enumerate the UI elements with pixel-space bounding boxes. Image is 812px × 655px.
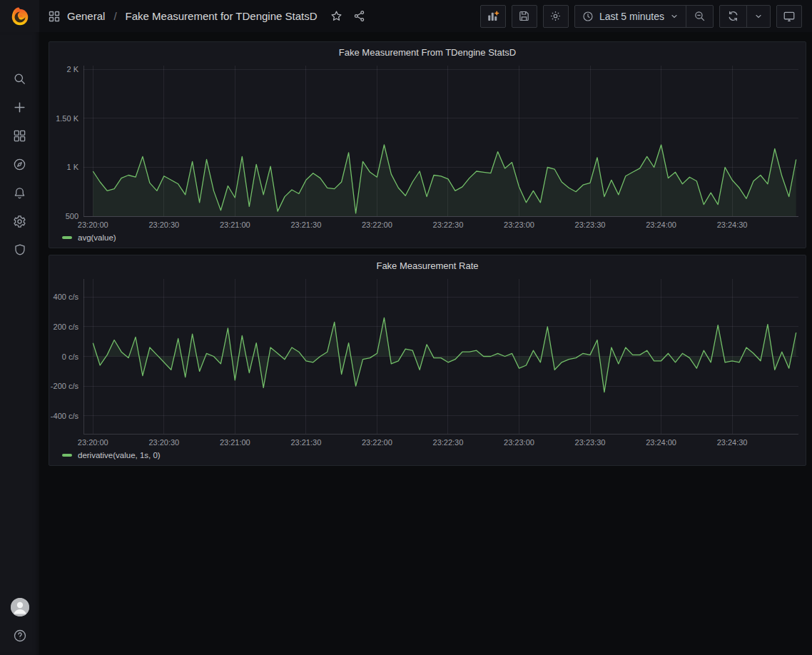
svg-text:23:24:00: 23:24:00 [646, 438, 676, 447]
cycle-view-mode-button[interactable] [776, 5, 802, 28]
monitor-icon [783, 10, 796, 23]
time-picker-group: Last 5 minutes [574, 5, 714, 28]
title-actions [326, 6, 370, 27]
svg-text:23:20:00: 23:20:00 [78, 438, 108, 447]
dashboard-canvas: Fake Measurement From TDengine StatsD 50… [39, 32, 812, 655]
sidebar-item-explore[interactable] [0, 150, 39, 178]
sidebar-item-help[interactable] [0, 626, 39, 645]
sync-icon [727, 10, 739, 22]
bell-icon [13, 186, 26, 200]
panel-header[interactable]: Fake Measurement Rate [49, 255, 806, 275]
dashboard-settings-button[interactable] [543, 5, 569, 28]
x-axis-labels: 23:20:0023:20:3023:21:0023:21:3023:22:00… [78, 220, 748, 229]
legend-label: avg(value) [78, 233, 116, 242]
search-icon [13, 72, 26, 86]
grafana-logo[interactable] [0, 0, 39, 32]
svg-text:23:24:30: 23:24:30 [717, 438, 748, 447]
legend-item[interactable]: avg(value) [49, 232, 806, 248]
user-avatar[interactable] [11, 598, 29, 616]
sidebar-item-search[interactable] [0, 64, 39, 93]
shield-icon [14, 243, 26, 256]
avatar-person-icon [11, 598, 29, 616]
svg-text:23:20:00: 23:20:00 [78, 220, 108, 229]
y-axis-labels: 5001 K1.50 K2 K [56, 65, 78, 220]
add-panel-button[interactable] [480, 5, 506, 28]
gear-icon [13, 215, 26, 228]
panel-title: Fake Measurement From TDengine StatsD [339, 47, 516, 58]
y-axis-labels: -400 c/s-200 c/s0 c/s200 c/s400 c/s [51, 293, 79, 420]
share-icon [353, 10, 365, 22]
svg-text:23:21:30: 23:21:30 [290, 220, 321, 229]
apps-grid-icon [13, 129, 26, 143]
legend-swatch [62, 236, 72, 239]
time-picker-button[interactable]: Last 5 minutes [575, 6, 686, 27]
dashboard-toolbar: Last 5 minutes [480, 5, 802, 28]
timeseries-chart[interactable]: 5001 K1.50 K2 K23:20:0023:20:3023:21:002… [49, 62, 806, 232]
svg-text:1.50 K: 1.50 K [56, 114, 78, 123]
x-axis-labels: 23:20:0023:20:3023:21:0023:21:3023:22:00… [78, 438, 748, 447]
svg-text:23:20:30: 23:20:30 [148, 220, 179, 229]
apps-grid-icon[interactable] [49, 11, 60, 22]
series-line [93, 318, 796, 392]
clock-icon [582, 11, 594, 22]
svg-text:200 c/s: 200 c/s [54, 323, 79, 331]
save-icon [518, 10, 530, 22]
dashboard-title: Fake Measurement for TDengine StatsD [126, 10, 318, 22]
svg-text:-200 c/s: -200 c/s [51, 382, 79, 390]
svg-text:23:22:30: 23:22:30 [433, 220, 464, 229]
svg-text:23:24:30: 23:24:30 [717, 220, 748, 229]
left-sidebar [0, 32, 39, 655]
time-range-label: Last 5 minutes [599, 11, 664, 22]
svg-text:23:23:00: 23:23:00 [504, 220, 534, 229]
gear-icon [549, 10, 562, 22]
svg-text:23:20:30: 23:20:30 [148, 438, 179, 447]
series-area [93, 318, 796, 392]
top-navigation-bar: General / Fake Measurement for TDengine … [39, 0, 812, 32]
breadcrumb-folder[interactable]: General [67, 10, 105, 22]
chevron-down-icon [754, 12, 763, 21]
svg-text:23:23:30: 23:23:30 [575, 220, 606, 229]
svg-text:400 c/s: 400 c/s [54, 293, 79, 301]
question-circle-icon [13, 629, 27, 643]
share-button[interactable] [349, 6, 370, 27]
svg-text:0 c/s: 0 c/s [62, 352, 79, 361]
svg-text:2 K: 2 K [66, 65, 78, 73]
panel-add-icon [487, 10, 499, 23]
svg-text:23:21:00: 23:21:00 [220, 438, 250, 447]
compass-icon [13, 158, 26, 171]
sidebar-item-server-admin[interactable] [0, 235, 39, 264]
refresh-interval-dropdown[interactable] [746, 6, 770, 27]
panel-header[interactable]: Fake Measurement From TDengine StatsD [49, 42, 806, 62]
svg-text:23:22:00: 23:22:00 [362, 220, 392, 229]
sidebar-bottom [0, 598, 39, 645]
refresh-button[interactable] [720, 6, 746, 27]
panel-fake-measurement: Fake Measurement From TDengine StatsD 50… [49, 41, 806, 248]
breadcrumb-separator: / [113, 10, 116, 22]
svg-text:23:21:30: 23:21:30 [290, 438, 321, 447]
legend-swatch [62, 454, 72, 457]
svg-text:23:22:30: 23:22:30 [433, 438, 464, 447]
save-dashboard-button[interactable] [512, 5, 537, 28]
sidebar-item-configuration[interactable] [0, 207, 39, 235]
plus-icon [13, 101, 26, 114]
panel-title: Fake Measurement Rate [376, 260, 478, 271]
timeseries-chart[interactable]: -400 c/s-200 c/s0 c/s200 c/s400 c/s23:20… [49, 275, 806, 450]
grafana-flame-icon [9, 6, 31, 27]
legend-item[interactable]: derivative(value, 1s, 0) [49, 450, 806, 465]
svg-text:23:21:00: 23:21:00 [220, 220, 250, 229]
chevron-down-icon [670, 12, 679, 21]
sidebar-item-alerting[interactable] [0, 178, 39, 207]
sidebar-item-create[interactable] [0, 93, 39, 121]
refresh-group [719, 5, 771, 28]
search-minus-icon [694, 10, 706, 22]
svg-text:-400 c/s: -400 c/s [51, 412, 79, 420]
svg-text:500: 500 [66, 212, 78, 220]
svg-text:23:23:00: 23:23:00 [504, 438, 534, 447]
svg-text:23:24:00: 23:24:00 [646, 220, 676, 229]
star-icon [330, 10, 342, 22]
sidebar-item-dashboards[interactable] [0, 121, 39, 150]
star-button[interactable] [326, 6, 347, 27]
zoom-out-time-button[interactable] [686, 6, 713, 27]
svg-text:23:22:00: 23:22:00 [362, 438, 392, 447]
svg-text:23:23:30: 23:23:30 [575, 438, 606, 447]
